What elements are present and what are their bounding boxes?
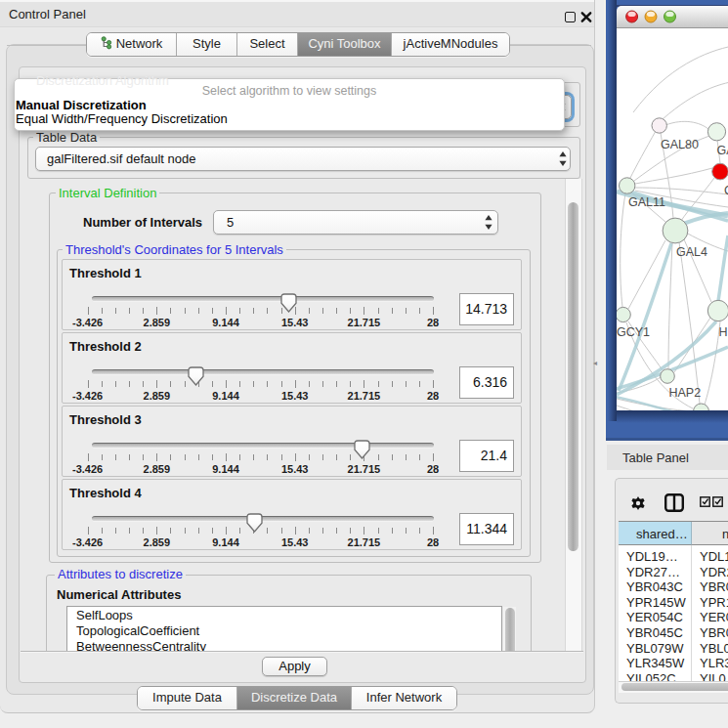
svg-text:H: H [719,325,728,339]
svg-text:GAL11: GAL11 [628,195,665,209]
svg-text:C: C [724,184,728,197]
svg-text:GAL4: GAL4 [676,245,707,259]
svg-text:GAL80: GAL80 [661,138,699,151]
svg-text:GCY1: GCY1 [617,325,650,339]
svg-text:HAP2: HAP2 [669,386,702,400]
svg-text:GA: GA [717,144,728,157]
